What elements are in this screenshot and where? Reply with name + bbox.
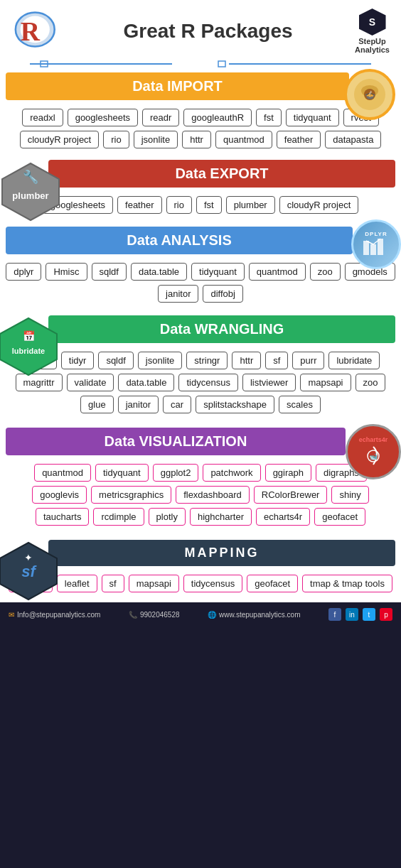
tag-rio: rio bbox=[166, 196, 192, 214]
tag-quantmod: quantmod bbox=[215, 131, 272, 148]
tag-tidycensus: tidycensus bbox=[178, 374, 237, 391]
page-title: Great R Packages bbox=[61, 20, 355, 43]
tag-car: car bbox=[163, 396, 191, 413]
tag-feather: feather bbox=[117, 196, 161, 214]
footer-website: 🌐 www.stepupanalytics.com bbox=[208, 611, 301, 619]
tag-data-table: data.table bbox=[118, 374, 174, 391]
export-header: Data EXPORT bbox=[48, 160, 395, 188]
svg-text:📅: 📅 bbox=[23, 330, 36, 342]
tag-mapsapi: mapsapi bbox=[129, 575, 179, 592]
tag-geofacet: geofacet bbox=[314, 508, 365, 526]
pinterest-icon: p bbox=[380, 608, 392, 621]
analysis-tags: dplyrHmiscsqldfdata.tabletidyquantquantm… bbox=[6, 260, 395, 305]
page-wrapper: R Great R Packages S StepUp Analytics bbox=[0, 0, 401, 626]
import-decoration: 🍲 bbox=[344, 69, 395, 120]
svg-text:🔧: 🔧 bbox=[23, 169, 39, 185]
tag-googleauthr: googleauthR bbox=[183, 109, 252, 126]
tag-tmap---tmap-tools: tmap & tmap tools bbox=[302, 575, 392, 592]
import-section: 🍲 Data IMPORT readxlgooglesheetsreadrgoo… bbox=[0, 72, 401, 156]
svg-rect-16 bbox=[378, 239, 383, 255]
tag-httr: httr bbox=[182, 131, 211, 148]
twitter-icon: t bbox=[363, 608, 375, 621]
tag-httr: httr bbox=[232, 352, 261, 369]
tag-highcharter: highcharter bbox=[190, 508, 252, 526]
tag-rio: rio bbox=[103, 131, 129, 148]
tag-diffobj: diffobj bbox=[203, 285, 242, 303]
tag-dplyr: dplyr bbox=[6, 263, 41, 281]
visualization-header: Data VISUALIZATION bbox=[6, 428, 346, 455]
tag-taucharts: taucharts bbox=[36, 508, 89, 526]
viz-tags: quantmodtidyquantggplot2patchworkggiraph… bbox=[6, 461, 395, 528]
footer-phone: 📞 9902046528 bbox=[129, 611, 180, 619]
echarts-icon: echarts4r 🐋 bbox=[346, 424, 401, 479]
wrangling-header: Data WRANGLING bbox=[48, 315, 395, 343]
tag-ggplot2: ggplot2 bbox=[153, 464, 199, 482]
plumber-icon: plumber 🔧 bbox=[0, 160, 63, 227]
footer: ✉ Info@stepupanalytics.com 📞 9902046528 … bbox=[0, 602, 401, 626]
tag-tidyquant: tidyquant bbox=[95, 464, 149, 482]
stepup-hexagon: S bbox=[359, 9, 386, 36]
tag-jsonlite: jsonlite bbox=[138, 352, 182, 369]
tag-tidyquant: tidyquant bbox=[191, 263, 245, 281]
svg-rect-3 bbox=[30, 63, 172, 65]
import-header: Data IMPORT bbox=[6, 72, 349, 100]
tag-lubridate: lubridate bbox=[328, 352, 380, 369]
tag-quantmod: quantmod bbox=[249, 263, 306, 281]
analysis-section: DPLYR Data ANALYSIS dplyrHmiscsqldfdata.… bbox=[0, 227, 401, 313]
svg-text:R: R bbox=[21, 16, 41, 46]
dplyr-visual bbox=[362, 237, 390, 259]
footer-social-icons: f in t p bbox=[328, 608, 392, 621]
tag-jsonlite: jsonlite bbox=[134, 131, 178, 148]
tag-quantmod: quantmod bbox=[34, 464, 91, 482]
tag-fst: fst bbox=[196, 196, 222, 214]
tag-data-table: data.table bbox=[131, 263, 187, 281]
tag-janitor: janitor bbox=[158, 285, 198, 303]
tag-echarts4r: echarts4r bbox=[256, 508, 310, 526]
tag-purr: purr bbox=[292, 352, 324, 369]
svg-text:🐋: 🐋 bbox=[369, 452, 378, 461]
tag-listviewer: listviewer bbox=[242, 374, 296, 391]
wrangling-section: lubridate 📅 Data WRANGLING dplyrtidyrsql… bbox=[0, 315, 401, 423]
tag-cloudyr-project: cloudyR project bbox=[20, 131, 100, 148]
svg-rect-15 bbox=[370, 244, 376, 255]
tag-glue: glue bbox=[80, 396, 114, 413]
tag-ggiraph: ggiraph bbox=[265, 464, 311, 482]
tag-feather: feather bbox=[277, 131, 321, 148]
lubridate-hex-svg: lubridate 📅 bbox=[0, 315, 60, 378]
tag-readxl: readxl bbox=[22, 109, 63, 126]
svg-text:🍲: 🍲 bbox=[365, 89, 375, 100]
tag-hmisc: Hmisc bbox=[46, 263, 87, 281]
svg-text:sf: sf bbox=[21, 563, 37, 580]
tag-readr: readr bbox=[142, 109, 179, 126]
tag-zoo: zoo bbox=[355, 374, 386, 391]
tag-tidyquant: tidyquant bbox=[286, 109, 339, 126]
analysis-header: Data ANALYSIS bbox=[6, 227, 353, 254]
stepup-logo: S StepUp Analytics bbox=[355, 9, 390, 54]
tag-janitor: janitor bbox=[118, 396, 159, 413]
tag-plotly: plotly bbox=[149, 508, 186, 526]
tag-cloudyr-project: cloudyR project bbox=[279, 196, 359, 214]
tag-tidyr: tidyr bbox=[61, 352, 95, 369]
tag-googlesheets: googlesheets bbox=[68, 109, 138, 126]
header-title-container: Great R Packages bbox=[61, 20, 355, 43]
tag-plumber: plumber bbox=[226, 196, 275, 214]
tag-googlevis: googlevis bbox=[32, 486, 87, 504]
tag-metricsgraphics: metricsgraphics bbox=[91, 486, 171, 504]
svg-text:plumber: plumber bbox=[12, 190, 48, 201]
tag-tidycensus: tidycensus bbox=[183, 575, 242, 592]
tag-sqldf: sqldf bbox=[92, 263, 127, 281]
echarts-visual: 🐋 bbox=[359, 443, 387, 468]
dplyr-icon: DPLYR bbox=[351, 219, 401, 269]
linkedin-icon: in bbox=[346, 608, 358, 621]
tag-scales: scales bbox=[279, 396, 321, 413]
tag-rcolorbrewer: RColorBrewer bbox=[254, 486, 328, 504]
mapping-tags: ggmapleafletsfmapsapitidycensusgeofacett… bbox=[6, 572, 395, 595]
mapping-header: MAPPING bbox=[48, 540, 395, 566]
footer-email: ✉ Info@stepupanalytics.com bbox=[9, 611, 100, 619]
tag-sf: sf bbox=[265, 352, 288, 369]
tag-geofacet: geofacet bbox=[247, 575, 298, 592]
tag-shiny: shiny bbox=[331, 486, 368, 504]
sf-hex-svg: sf ✦ bbox=[0, 540, 60, 602]
facebook-icon: f bbox=[328, 608, 341, 621]
import-tags: readxlgooglesheetsreadrgoogleauthRfsttid… bbox=[6, 106, 395, 151]
